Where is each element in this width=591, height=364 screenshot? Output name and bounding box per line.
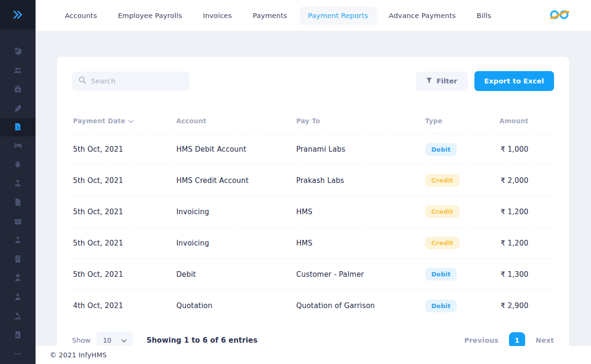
table-body: 5th Oct, 2021 HMS Debit Account Pranami … [72,134,554,321]
doctor-icon [14,179,22,189]
cell-type: Credit [425,237,499,249]
sort-chevron-down-icon [128,117,134,125]
app-logo[interactable] [549,8,570,23]
cell-type: Debit [425,143,499,156]
sidebar-item-more[interactable] [0,345,36,364]
page-footer: © 2021 InfyHMS [36,346,591,364]
cell-type: Debit [425,268,499,281]
table-row[interactable]: 5th Oct, 2021 Invoicing HMS Credit ₹ 1,2… [72,228,554,259]
cell-pay-to: Customer - Palmer [296,270,425,279]
sidebar-item-staff[interactable] [0,174,36,193]
sidebar-item-bed-management[interactable] [0,136,36,155]
microscope-icon [14,312,22,322]
filter-button-label: Filter [436,77,457,85]
cell-amount: ₹ 1,200 [499,239,553,247]
nav-tab-employee-payrolls[interactable]: Employee Payrolls [109,6,191,25]
type-badge: Credit [425,205,460,218]
cell-pay-to: Prakash Labs [296,176,425,185]
column-header-pay-to: Pay To [296,117,425,125]
type-badge: Credit [425,174,460,187]
sidebar-item-billing[interactable]: $ [0,118,36,136]
cell-amount: ₹ 2,000 [499,176,553,185]
ellipsis-icon [14,350,22,360]
column-header-type: Type [425,117,499,125]
sidebar-item-patients[interactable] [0,231,36,250]
entries-summary: Showing 1 to 6 of 6 entries [146,336,257,345]
sidebar-item-laboratory[interactable] [0,307,36,326]
show-label: Show [72,337,91,344]
chevron-down-icon [121,337,127,344]
type-badge: Debit [425,143,457,156]
sidebar-item-blood-bank[interactable] [0,155,36,174]
content-area: Filter Export to Excel Payment Date [36,31,591,364]
svg-text:R: R [16,333,19,337]
blood-drop-icon [14,160,22,170]
type-badge: Credit [425,237,460,249]
table-row[interactable]: 5th Oct, 2021 Debit Customer - Palmer De… [72,259,554,290]
cell-amount: ₹ 1,200 [499,208,553,216]
cell-payment-date: 5th Oct, 2021 [73,145,176,154]
document-icon [14,198,22,208]
filter-funnel-icon [426,77,432,85]
sidebar-item-medicines[interactable] [0,212,36,231]
search-input[interactable] [91,77,183,85]
payment-reports-card: Filter Export to Excel Payment Date [57,57,569,363]
cell-payment-date: 5th Oct, 2021 [73,208,176,216]
search-icon [79,76,86,86]
cell-payment-date: 5th Oct, 2021 [73,176,176,185]
sidebar: $R [0,0,36,364]
table-row[interactable]: 5th Oct, 2021 Invoicing HMS Credit ₹ 1,2… [72,196,554,228]
cell-payment-date: 5th Oct, 2021 [73,239,176,247]
sidebar-item-vaccination[interactable] [0,100,36,118]
sidebar-item-doctors[interactable] [0,62,36,81]
column-header-amount: Amount [499,117,553,125]
nav-tab-advance-payments[interactable]: Advance Payments [381,6,464,25]
cell-amount: ₹ 1,000 [499,145,553,154]
previous-page-button[interactable]: Previous [464,337,499,344]
cell-type: Credit [425,174,499,187]
sidebar-item-dashboard[interactable] [0,43,36,62]
export-to-excel-button[interactable]: Export to Excel [474,71,554,91]
cell-type: Debit [425,300,499,312]
nav-tab-payments[interactable]: Payments [244,6,296,25]
table-row[interactable]: 5th Oct, 2021 HMS Debit Account Pranami … [72,134,554,165]
pie-chart-icon [14,47,22,57]
cell-account: Debit [176,270,296,279]
nav-tab-payment-reports[interactable]: Payment Reports [300,6,377,25]
page-size-value: 10 [103,337,111,344]
column-header-payment-date[interactable]: Payment Date [73,117,176,125]
cell-payment-date: 5th Oct, 2021 [73,270,176,279]
cell-amount: ₹ 1,300 [499,270,553,279]
filter-button[interactable]: Filter [416,72,468,91]
cell-account: HMS Credit Account [176,176,296,185]
cell-pay-to: Pranami Labs [296,145,425,154]
sidebar-item-prescriptions[interactable]: R [0,326,36,345]
top-navigation: AccountsEmployee PayrollsInvoicesPayment… [56,6,500,25]
table-row[interactable]: 4th Oct, 2021 Quotation Quotation of Gar… [72,290,554,321]
table-header-row: Payment Date Account Pay To Type Amount [72,108,554,134]
sidebar-item-medical[interactable] [0,81,36,100]
nav-tab-accounts[interactable]: Accounts [56,6,106,25]
sidebar-nav: $R [0,29,36,364]
cell-account: HMS Debit Account [176,145,296,154]
next-page-button[interactable]: Next [536,337,554,344]
infinity-logo-icon [549,8,570,23]
report-document-icon [14,255,22,265]
sidebar-item-case-reports[interactable] [0,250,36,269]
table-row[interactable]: 5th Oct, 2021 HMS Credit Account Prakash… [72,165,554,196]
prescription-icon: R [14,331,22,341]
cell-pay-to: Quotation of Garrison [296,301,425,310]
patient-icon [14,236,22,246]
sidebar-item-documents[interactable] [0,193,36,212]
users-icon [14,66,22,76]
sidebar-item-reception[interactable] [0,269,36,288]
nav-tab-bills[interactable]: Bills [468,6,500,25]
cell-amount: ₹ 2,900 [499,301,553,310]
svg-text:$: $ [17,125,19,129]
type-badge: Debit [425,300,457,312]
nav-tab-invoices[interactable]: Invoices [194,6,240,25]
cell-account: Invoicing [176,208,296,216]
sidebar-item-users[interactable] [0,288,36,307]
payments-table: Payment Date Account Pay To Type Amount [72,108,554,321]
sidebar-collapse-button[interactable] [0,0,36,29]
